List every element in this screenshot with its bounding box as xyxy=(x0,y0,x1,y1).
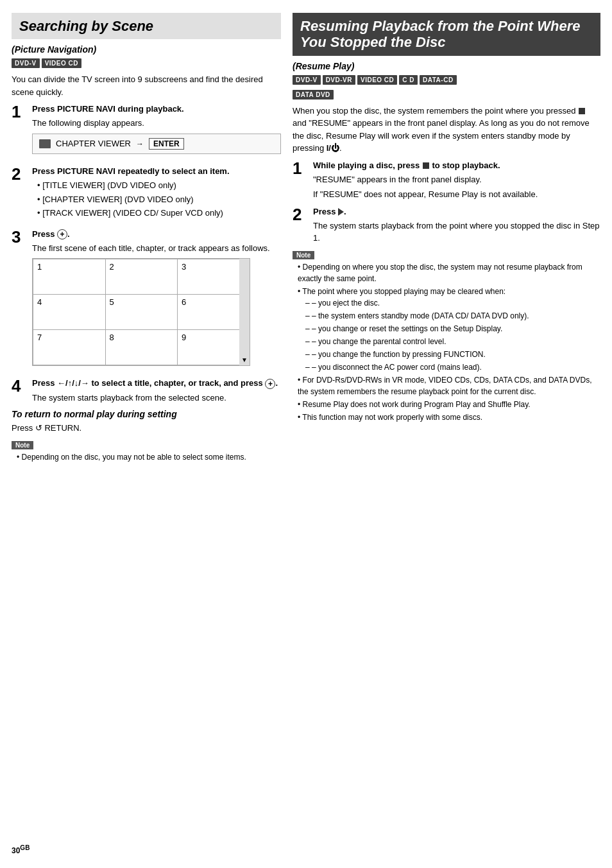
grid-cell-1: 1 xyxy=(33,259,106,295)
right-badge-row: DVD-V DVD-VR VIDEO CD C D DATA-CD xyxy=(293,75,600,85)
play-triangle-icon xyxy=(338,208,344,216)
right-note-item-3: For DVD-Rs/DVD-RWs in VR mode, VIDEO CDs… xyxy=(298,374,600,397)
step-4-body: The system starts playback from the sele… xyxy=(32,392,281,404)
right-step-1: 1 While playing a disc, press to stop pl… xyxy=(293,160,600,201)
right-note-label: Note xyxy=(293,251,314,259)
right-note-item-2: The point where you stopped playing may … xyxy=(298,286,600,373)
step-2-num: 2 xyxy=(12,166,27,182)
badge-dvd-v: DVD-V xyxy=(12,58,40,68)
right-note-sub-1: – you eject the disc. xyxy=(305,297,600,309)
left-column: Searching by Scene (Picture Navigation) … xyxy=(12,13,281,855)
right-note-sub-list: – you eject the disc. – the system enter… xyxy=(298,297,600,373)
badge-right-cd: C D xyxy=(399,75,418,85)
step-3-num: 3 xyxy=(12,229,27,245)
right-note-sub-2: – the system enters standby mode (DATA C… xyxy=(305,310,600,322)
right-step-2-body: The system starts playback from the poin… xyxy=(313,220,600,245)
viewer-label: CHAPTER VIEWER xyxy=(56,139,131,148)
page-footer: 30GB xyxy=(12,844,30,855)
right-title: Resuming Playback from the Point Where Y… xyxy=(300,18,593,51)
left-note-label: Note xyxy=(12,441,33,449)
scroll-indicator: ▼ xyxy=(239,259,250,365)
bullet-title-viewer: [TITLE VIEWER] (DVD VIDEO only) xyxy=(37,179,281,192)
left-title: Searching by Scene xyxy=(19,18,273,34)
step-4-title: Press ←/↑/↓/→ to select a title, chapter… xyxy=(32,378,281,389)
badge-video-cd: VIDEO CD xyxy=(42,58,81,68)
right-note-sub-3: – you change or reset the settings on th… xyxy=(305,323,600,334)
power-icon: ⏻ xyxy=(331,143,339,153)
left-subtitle: (Picture Navigation) xyxy=(12,44,281,55)
left-step-3: 3 Press +. The first scene of each title… xyxy=(12,229,281,373)
badge-right-dvd-v: DVD-V xyxy=(293,75,321,85)
left-note-item-1: Depending on the disc, you may not be ab… xyxy=(17,451,281,463)
step-1-content: Press PICTURE NAVI during playback. The … xyxy=(32,103,281,161)
badge-right-dvd-vr: DVD-VR xyxy=(323,75,355,85)
right-column: Resuming Playback from the Point Where Y… xyxy=(293,13,600,855)
page-number: 30 xyxy=(12,846,20,855)
right-note-list: Depending on where you stop the disc, th… xyxy=(293,261,600,423)
left-step-4: 4 Press ←/↑/↓/→ to select a title, chapt… xyxy=(12,378,281,404)
step-1-title: Press PICTURE NAVI during playback. xyxy=(32,103,281,115)
left-section-title-box: Searching by Scene xyxy=(12,13,281,39)
right-section-title-box: Resuming Playback from the Point Where Y… xyxy=(293,13,600,56)
viewer-icon xyxy=(39,139,51,148)
bullet-chapter-viewer: [CHAPTER VIEWER] (DVD VIDEO only) xyxy=(37,193,281,206)
right-note-item-4: Resume Play does not work during Program… xyxy=(298,399,600,410)
right-step-1-body1: "RESUME" appears in the front panel disp… xyxy=(313,173,600,186)
grid-cell-5: 5 xyxy=(105,295,178,330)
stop-icon-step1 xyxy=(423,162,429,169)
bullet-track-viewer: [TRACK VIEWER] (VIDEO CD/ Super VCD only… xyxy=(37,207,281,220)
badge-right-video-cd: VIDEO CD xyxy=(357,75,397,85)
return-body: Press ↺ RETURN. xyxy=(12,422,281,435)
left-note-list: Depending on the disc, you may not be ab… xyxy=(12,451,281,463)
circle-plus-icon-3: + xyxy=(57,229,67,239)
step-2-bullets: [TITLE VIEWER] (DVD VIDEO only) [CHAPTER… xyxy=(32,179,281,220)
badge-right-data-dvd: DATA DVD xyxy=(293,90,334,100)
right-step-2: 2 Press . The system starts playback fro… xyxy=(293,206,600,245)
right-subtitle: (Resume Play) xyxy=(293,61,600,71)
grid-cell-2: 2 xyxy=(105,259,178,295)
step-3-content: Press +. The first scene of each title, … xyxy=(32,229,281,373)
right-intro: When you stop the disc, the system remem… xyxy=(293,105,600,155)
badge-right-data-cd: DATA-CD xyxy=(420,75,457,85)
step-3-title: Press +. xyxy=(32,229,281,240)
right-step-2-content: Press . The system starts playback from … xyxy=(313,206,600,245)
step-3-body: The first scene of each title, chapter, … xyxy=(32,242,281,255)
right-badge-row-2: DATA DVD xyxy=(293,90,600,100)
step-1-num: 1 xyxy=(12,103,27,120)
left-intro: You can divide the TV screen into 9 subs… xyxy=(12,73,281,98)
grid-cell-7: 7 xyxy=(33,330,106,365)
grid-cell-4: 4 xyxy=(33,295,106,330)
stop-icon-intro xyxy=(579,108,585,114)
right-note-box: Note Depending on where you stop the dis… xyxy=(293,250,600,423)
left-badge-row: DVD-V VIDEO CD xyxy=(12,58,281,68)
scene-grid: 1 2 3 4 5 6 7 8 9 xyxy=(32,258,250,366)
step-2-title: Press PICTURE NAVI repeatedly to select … xyxy=(32,166,281,177)
right-note-sub-4: – you change the parental control level. xyxy=(305,336,600,347)
return-icon: ↺ xyxy=(35,423,42,433)
right-note-sub-5: – you change the function by pressing FU… xyxy=(305,349,600,360)
left-note-box: Note Depending on the disc, you may not … xyxy=(12,440,281,463)
right-step-1-num: 1 xyxy=(293,160,308,177)
right-step-2-title: Press . xyxy=(313,206,600,218)
right-step-1-body2: If "RESUME" does not appear, Resume Play… xyxy=(313,188,600,201)
viewer-arrow: → xyxy=(136,139,144,148)
left-step-1: 1 Press PICTURE NAVI during playback. Th… xyxy=(12,103,281,161)
return-heading: To return to normal play during setting xyxy=(12,409,281,419)
step-4-content: Press ←/↑/↓/→ to select a title, chapter… xyxy=(32,378,281,404)
circle-plus-icon-4: + xyxy=(265,379,275,389)
grid-cell-8: 8 xyxy=(105,330,178,365)
right-note-sub-6: – you disconnect the AC power cord (main… xyxy=(305,361,600,373)
right-note-item-5: This function may not work properly with… xyxy=(298,412,600,423)
right-step-1-content: While playing a disc, press to stop play… xyxy=(313,160,600,201)
chapter-viewer-box: CHAPTER VIEWER → ENTER xyxy=(32,134,281,154)
step-1-body: The following display appears. xyxy=(32,117,281,130)
step-4-num: 4 xyxy=(12,378,27,394)
enter-button-display: ENTER xyxy=(149,138,184,150)
page-suffix: GB xyxy=(20,844,30,851)
left-step-2: 2 Press PICTURE NAVI repeatedly to selec… xyxy=(12,166,281,223)
right-step-1-title: While playing a disc, press to stop play… xyxy=(313,160,600,171)
right-note-item-1: Depending on where you stop the disc, th… xyxy=(298,261,600,284)
right-step-2-num: 2 xyxy=(293,206,308,223)
step-2-content: Press PICTURE NAVI repeatedly to select … xyxy=(32,166,281,223)
